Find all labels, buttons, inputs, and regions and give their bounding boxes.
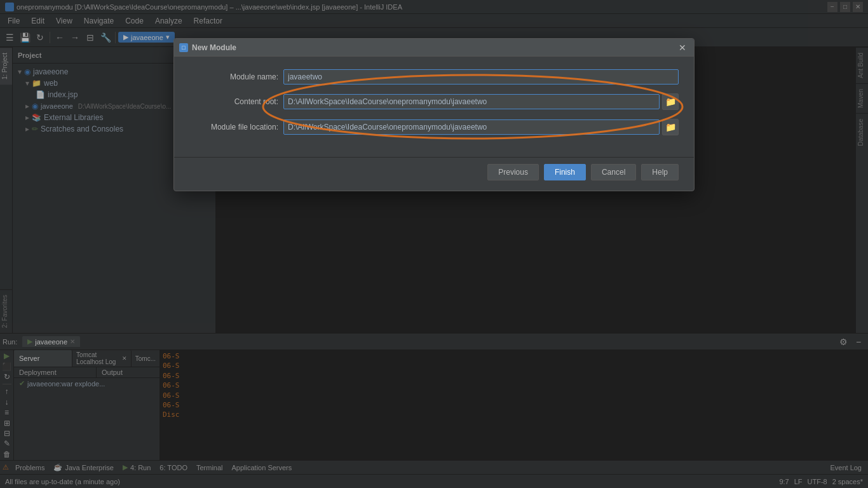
module-name-input-wrapper — [283, 69, 679, 85]
module-file-row: Module file location: 📁 — [189, 119, 679, 135]
finish-button[interactable]: Finish — [544, 164, 586, 180]
module-name-row: Module name: — [189, 69, 679, 85]
dialog-body: Module name: Content root: 📁 Module file… — [174, 57, 694, 157]
cancel-button[interactable]: Cancel — [591, 164, 636, 180]
module-file-input[interactable] — [283, 119, 660, 135]
dialog-title-bar: □ New Module ✕ — [174, 39, 694, 57]
content-root-row: Content root: 📁 — [189, 93, 679, 110]
help-button[interactable]: Help — [641, 164, 679, 180]
dialog-overlay: □ New Module ✕ Module name: Content root… — [0, 0, 868, 488]
previous-button[interactable]: Previous — [487, 164, 539, 180]
dialog-footer: Previous Finish Cancel Help — [174, 157, 694, 191]
module-file-label: Module file location: — [189, 123, 278, 132]
content-root-input[interactable] — [283, 94, 660, 109]
dialog-close-button[interactable]: ✕ — [676, 43, 689, 53]
content-root-input-wrapper: 📁 — [283, 93, 679, 110]
content-root-label: Content root: — [189, 97, 278, 106]
dialog-title-icon: □ — [179, 43, 188, 52]
module-name-label: Module name: — [189, 72, 278, 81]
module-file-input-wrapper: 📁 — [283, 119, 679, 135]
dialog-title: New Module — [192, 43, 676, 52]
module-file-browse-btn[interactable]: 📁 — [662, 119, 679, 135]
module-name-input[interactable] — [283, 69, 679, 85]
new-module-dialog: □ New Module ✕ Module name: Content root… — [173, 38, 695, 191]
content-root-browse-btn[interactable]: 📁 — [662, 93, 679, 110]
